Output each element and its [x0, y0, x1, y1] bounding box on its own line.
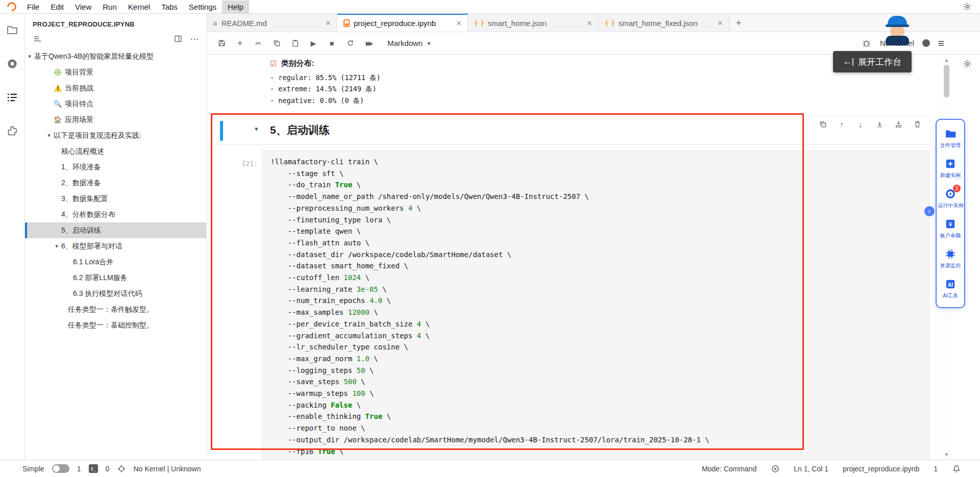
tab-smart-home-json[interactable]: { }smart_home.json×: [468, 14, 599, 32]
duplicate-cell-icon[interactable]: [818, 119, 827, 129]
toc-item-任务类型一-基础控制型-[interactable]: 任务类型一：基础控制型。: [25, 317, 206, 333]
toc-item-当前挑战[interactable]: ⚠️当前挑战: [25, 80, 206, 96]
insert-cell-below-icon[interactable]: [894, 119, 903, 129]
toc-item-项目特点[interactable]: 🔍项目特点: [25, 96, 206, 112]
close-tab-icon[interactable]: ×: [326, 19, 331, 28]
debugger-bug-icon[interactable]: [862, 38, 872, 48]
balance-icon: ¥: [945, 218, 956, 230]
close-tab-icon[interactable]: ×: [718, 19, 723, 28]
code-line: --num_train_epochs 4.0 \: [271, 295, 921, 307]
toc-item-2-数据准备[interactable]: 2、数据准备: [25, 175, 206, 191]
tab-readme-md[interactable]: ≡README.md×: [207, 14, 337, 32]
toc-item-1-环境准备[interactable]: 1、环境准备: [25, 159, 206, 175]
menu-kernel[interactable]: Kernel: [122, 1, 156, 13]
insert-cell-above-icon[interactable]: [875, 119, 884, 129]
paste-button[interactable]: [287, 36, 303, 51]
panel-item-文件管理[interactable]: 文件管理: [937, 123, 964, 153]
toc-item-6-1-lora合并[interactable]: 6.1 Lora合并: [25, 254, 206, 270]
stop-button[interactable]: ■: [324, 36, 339, 51]
file-browser-icon[interactable]: [6, 24, 18, 36]
kernel-sessions-count[interactable]: 1: [77, 465, 81, 473]
panel-collapse-handle[interactable]: ||: [924, 206, 935, 216]
restart-button[interactable]: [342, 36, 358, 51]
menu-file[interactable]: File: [21, 1, 45, 13]
code-line: !llamafactory-cli train \: [271, 156, 921, 168]
code-line: --output_dir /workspace/codelab/SmartHom…: [271, 434, 921, 446]
move-cell-up-icon[interactable]: ↑: [837, 119, 846, 129]
close-tab-icon[interactable]: ×: [456, 19, 461, 28]
terminal-sessions-count[interactable]: 0: [106, 465, 110, 473]
tab-smart-home-fixed-json[interactable]: { }smart_home_fixed.json×: [599, 14, 729, 32]
collapse-arrow-icon[interactable]: ▾: [25, 53, 34, 60]
menu-help[interactable]: Help: [222, 1, 249, 13]
scroll-up-icon[interactable]: ▲: [943, 56, 950, 64]
running-sessions-icon[interactable]: [6, 58, 18, 70]
scroll-down-icon[interactable]: ▼: [943, 450, 950, 458]
panel-item-新建实例[interactable]: 新建实例: [937, 153, 964, 183]
extensions-icon[interactable]: [6, 125, 18, 137]
toc-item-6-2-部署llm服务[interactable]: 6.2 部署LLM服务: [25, 270, 206, 286]
kernel-status-icon[interactable]: [922, 39, 930, 47]
menu-view[interactable]: View: [69, 1, 97, 13]
menu-settings[interactable]: Settings: [183, 1, 222, 13]
panel-item-资源监控[interactable]: 资源监控: [937, 243, 964, 273]
menu-edit[interactable]: Edit: [45, 1, 69, 13]
toc-panels-icon[interactable]: [174, 34, 183, 43]
simple-mode-toggle[interactable]: [52, 464, 69, 473]
copy-button[interactable]: [269, 36, 284, 51]
table-of-contents-icon[interactable]: [6, 91, 18, 104]
code-editor[interactable]: !llamafactory-cli train \ --stage sft \ …: [262, 150, 930, 460]
property-inspector-gear-icon[interactable]: [963, 59, 973, 69]
command-mode-label[interactable]: Mode: Command: [702, 465, 756, 473]
menu-tabs[interactable]: Tabs: [156, 1, 183, 13]
panel-item-运行中实例[interactable]: 2运行中实例: [937, 183, 964, 213]
collapse-arrow-icon[interactable]: ▾: [44, 132, 54, 139]
collapse-heading-icon[interactable]: ▾: [255, 125, 258, 133]
collapse-arrow-icon[interactable]: ▾: [52, 243, 61, 249]
toc-item-核心流程概述[interactable]: 核心流程概述: [25, 143, 206, 159]
status-bar-right: Mode: Command Ln 1, Col 1 project_reprod…: [702, 464, 961, 473]
new-tab-button[interactable]: +: [729, 14, 748, 32]
cursor-position[interactable]: Ln 1, Col 1: [794, 465, 828, 473]
notebook-menu-icon[interactable]: ≡: [938, 38, 944, 48]
delete-cell-icon[interactable]: [913, 119, 922, 129]
toc-item-应用场景[interactable]: 🏠应用场景: [25, 112, 206, 128]
toc-item-任务类型一-条件触发型-[interactable]: 任务类型一：条件触发型。: [25, 302, 206, 317]
menu-run[interactable]: Run: [97, 1, 122, 13]
run-button[interactable]: ▶: [306, 36, 321, 51]
insert-cell-button[interactable]: +: [232, 36, 248, 51]
active-file-name[interactable]: project_reproduce.ipynb: [843, 465, 919, 473]
toc-item-项目背景[interactable]: ❇️项目背景: [25, 64, 206, 80]
panel-item-ai工具[interactable]: AIAI工具: [937, 273, 964, 304]
toc-item-6-3-执行模型对话代码[interactable]: 6.3 执行模型对话代码: [25, 286, 206, 302]
cut-button[interactable]: ✂: [251, 36, 266, 51]
toc-item-6-模型部署与对话[interactable]: ▾6、模型部署与对话: [25, 238, 206, 254]
kernel-status-text[interactable]: No Kernel | Unknown: [133, 465, 201, 473]
notification-count[interactable]: 1: [934, 465, 938, 473]
toc-item-以下是项目复现流程及实践-[interactable]: ▾以下是项目复现流程及实践:: [25, 128, 206, 143]
terminal-sessions-icon[interactable]: $_: [89, 464, 98, 473]
toc-numbering-icon[interactable]: [33, 34, 42, 43]
toc-item-4-分析数据分布[interactable]: 4、分析数据分布: [25, 207, 206, 222]
expand-workbench-button[interactable]: ←| 展开工作台: [833, 51, 912, 72]
close-tab-icon[interactable]: ×: [587, 19, 592, 28]
tab-project-reproduce-ipynb[interactable]: project_reproduce.ipynb×: [337, 14, 468, 32]
toc-item-基于qwen3-4b的智能家居轻量化模型[interactable]: ▾基于Qwen3-4B的智能家居轻量化模型: [25, 48, 206, 64]
toc-item-3-数据集配置[interactable]: 3、数据集配置: [25, 191, 206, 207]
settings-gear-icon[interactable]: [963, 2, 973, 12]
collapse-left-icon: ←|: [843, 57, 854, 67]
code-cell[interactable]: [2]: !llamafactory-cli train \ --stage s…: [211, 150, 930, 460]
tab-label: smart_home.json: [488, 19, 583, 28]
toc-more-icon[interactable]: ⋯: [190, 34, 199, 43]
toc-item-5-启动训练[interactable]: 5、启动训练: [25, 222, 206, 238]
run-all-button[interactable]: ▶▶: [361, 36, 376, 51]
move-cell-down-icon[interactable]: ↓: [856, 119, 865, 129]
bell-icon[interactable]: [952, 464, 961, 473]
code-line: --learning_rate 3e-05 \: [271, 284, 921, 295]
toc-item-label: 当前挑战: [65, 84, 93, 93]
scrollbar-thumb[interactable]: [944, 65, 949, 97]
cell-type-dropdown[interactable]: Markdown ▾: [387, 39, 430, 47]
panel-item-账户余额[interactable]: ¥账户余额: [937, 213, 964, 243]
breakpoint-icon[interactable]: [771, 464, 779, 473]
save-button[interactable]: [214, 36, 229, 51]
